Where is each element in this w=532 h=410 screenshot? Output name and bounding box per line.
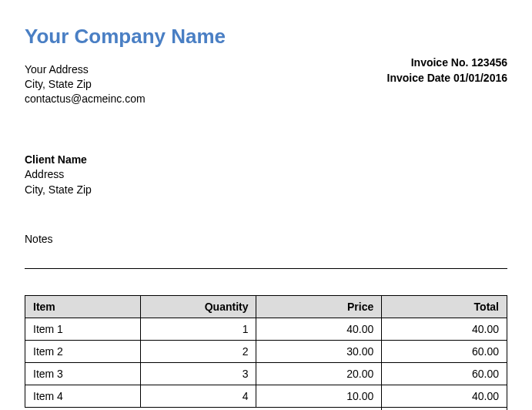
- invoice-number: Invoice No. 123456: [387, 55, 507, 71]
- company-email: contactus@acmeinc.com: [25, 92, 507, 106]
- invoice-date-value: 01/01/2016: [453, 72, 507, 84]
- cell-quantity: 3: [141, 363, 256, 385]
- divider: [25, 268, 507, 269]
- cell-price: 20.00: [256, 363, 382, 385]
- invoice-date-label: Invoice Date: [387, 72, 450, 84]
- client-address-line2: City, State Zip: [25, 183, 507, 198]
- cell-quantity: 1: [141, 318, 256, 341]
- invoice-date: Invoice Date 01/01/2016: [387, 71, 507, 86]
- header-total: Total: [382, 296, 507, 318]
- cell-quantity: 2: [141, 341, 256, 363]
- cell-total: 40.00: [382, 385, 507, 408]
- cell-total: 40.00: [382, 318, 507, 341]
- invoice-number-label: Invoice No.: [411, 56, 469, 69]
- table-row: Item 2230.0060.00: [25, 341, 507, 363]
- invoice-table: Item Quantity Price Total Item 1140.0040…: [25, 295, 507, 410]
- notes-label: Notes: [25, 233, 507, 245]
- cell-quantity: 4: [141, 385, 256, 408]
- table-row: Item 4410.0040.00: [25, 385, 507, 408]
- table-row: Item 3320.0060.00: [25, 363, 507, 385]
- invoice-number-value: 123456: [471, 56, 507, 69]
- cell-price: 40.00: [256, 318, 382, 341]
- cell-item: Item 2: [25, 341, 141, 363]
- company-name: Your Company Name: [25, 25, 507, 49]
- table-header-row: Item Quantity Price Total: [25, 296, 507, 318]
- header-item: Item: [25, 296, 141, 318]
- cell-item: Item 4: [25, 385, 141, 408]
- header-price: Price: [256, 296, 382, 318]
- header-quantity: Quantity: [141, 296, 256, 318]
- client-address-line1: Address: [25, 167, 507, 183]
- cell-price: 30.00: [256, 341, 382, 363]
- cell-item: Item 3: [25, 363, 141, 385]
- cell-price: 10.00: [256, 385, 382, 408]
- client-name: Client Name: [25, 153, 507, 168]
- cell-total: 60.00: [382, 341, 507, 363]
- cell-item: Item 1: [25, 318, 141, 341]
- table-row: Item 1140.0040.00: [25, 318, 507, 341]
- cell-total: 60.00: [382, 363, 507, 385]
